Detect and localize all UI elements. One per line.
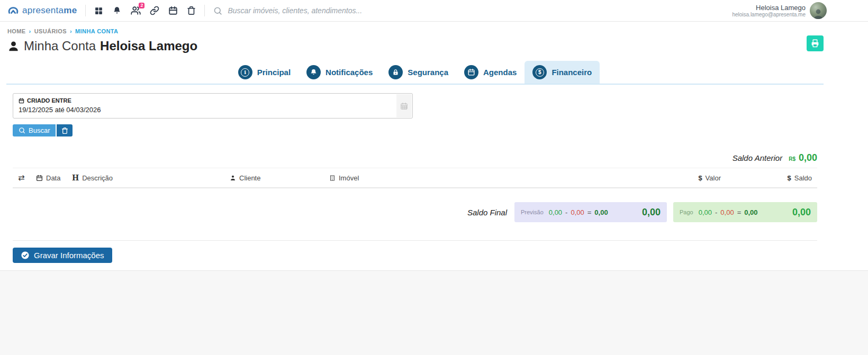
column-descricao[interactable]: H Descrição [72,174,230,182]
forecast-summary-box: Previsão 0,00 - 0,00 = 0,00 0,00 [514,202,667,222]
paid-label: Pago [680,209,693,215]
column-saldo[interactable]: $ Saldo [721,174,812,182]
check-circle-icon [21,251,30,260]
brand-logo[interactable]: apresentame [7,5,77,16]
search-icon [19,127,25,134]
trash-icon [61,127,68,134]
previous-balance-label: Saldo Anterior [733,153,783,162]
info-icon: i [238,65,252,79]
brand-logo-icon [7,5,19,16]
divider [13,240,817,241]
previous-balance-value: 0,00 [799,152,817,163]
equals-sign: = [737,208,742,216]
divider [85,5,86,16]
equals-sign: = [587,208,592,216]
previous-balance: Saldo Anterior R$ 0,00 [13,152,817,163]
date-range-value[interactable]: 19/12/2025 até 04/03/2026 [19,106,391,114]
dollar-icon: $ [698,174,702,182]
tab-agendas[interactable]: Agendas [456,61,525,84]
save-button[interactable]: Gravar Informações [13,248,112,263]
dollar-icon: $ [532,65,547,79]
forecast-result: 0,00 [594,208,608,216]
global-search [213,6,450,15]
minus-sign: - [715,208,717,216]
column-valor[interactable]: $ Valor [657,174,721,182]
financeiro-panel: CRIADO ENTRE 19/12/2025 até 04/03/2026 B… [6,84,824,241]
paid-total: 0,00 [792,207,811,218]
minus-sign: - [565,208,567,216]
person-icon [7,40,20,52]
user-name: Heloisa Lamego [732,4,806,12]
calendar-icon [36,175,43,181]
datepicker-button[interactable] [396,94,412,117]
forecast-total: 0,00 [642,207,661,218]
dollar-icon: $ [788,174,791,182]
avatar[interactable] [810,2,827,19]
breadcrumb-minha-conta: MINHA CONTA [75,28,118,34]
tab-financeiro[interactable]: $ Financeiro [525,61,600,84]
page-title-subject: Heloisa Lamego [100,39,197,53]
currency-symbol: R$ [789,156,795,162]
field-label: CRIADO ENTRE [27,97,71,104]
breadcrumb-home[interactable]: HOME [7,28,26,34]
tab-notificacoes[interactable]: Notificações [299,61,381,84]
users-icon[interactable]: 2 [131,6,141,15]
page-title: Minha Conta Heloisa Lamego [6,34,824,54]
lock-icon [388,65,403,79]
paid-expense: 0,00 [720,208,734,216]
printer-icon [810,39,820,48]
calendar-icon [19,98,24,104]
user-menu[interactable]: Heloisa Lamego heloisa.lamego@apresenta.… [732,2,827,19]
apps-grid-icon[interactable] [94,6,103,15]
bell-icon [306,65,321,79]
notification-badge: 2 [139,3,144,8]
tab-seguranca[interactable]: Segurança [381,61,456,84]
search-icon [213,6,222,15]
link-icon[interactable] [150,6,159,15]
page-title-text: Minha Conta [24,39,96,53]
main-content: HOME › USUÁRIOS › MINHA CONTA Minha Cont… [0,22,868,271]
search-button[interactable]: Buscar [13,124,56,136]
paid-income: 0,00 [699,208,712,216]
column-imovel[interactable]: Imóvel [329,174,657,182]
swap-sort-icon[interactable]: ⇄ [18,173,36,183]
brand-name: apresentame [22,5,77,16]
breadcrumb: HOME › USUÁRIOS › MINHA CONTA [6,22,824,34]
calendar-icon[interactable] [168,6,178,15]
calendar-icon [464,65,478,79]
paid-summary-box: Pago 0,00 - 0,00 = 0,00 0,00 [673,202,817,222]
final-balance-label: Saldo Final [467,208,507,217]
chevron-right-icon: › [70,28,72,34]
trash-icon[interactable] [187,6,196,15]
forecast-expense: 0,00 [571,208,584,216]
divider [204,5,205,16]
calendar-icon [400,102,408,110]
heading-icon: H [72,174,79,182]
forecast-label: Previsão [521,209,544,215]
bell-icon[interactable] [112,6,122,15]
building-icon [329,175,336,181]
forecast-income: 0,00 [549,208,562,216]
search-input[interactable] [228,6,450,15]
column-cliente[interactable]: Cliente [230,174,329,182]
created-between-field[interactable]: CRIADO ENTRE 19/12/2025 até 04/03/2026 [13,93,413,119]
column-data[interactable]: Data [36,174,72,182]
tab-principal[interactable]: i Principal [230,61,299,84]
user-email: heloisa.lamego@apresenta.me [732,12,806,17]
transactions-table-header: ⇄ Data H Descrição Cliente [13,168,817,188]
clear-filter-button[interactable] [57,124,73,136]
final-balance: Saldo Final Previsão 0,00 - 0,00 = 0,00 … [13,202,817,222]
tab-bar: i Principal Notificações Segurança Agen [6,61,824,84]
paid-result: 0,00 [744,208,757,216]
chevron-right-icon: › [29,28,31,34]
breadcrumb-usuarios[interactable]: USUÁRIOS [34,28,67,34]
topbar: apresentame 2 Heloisa Lamego [0,0,868,22]
person-icon [230,175,236,181]
print-button[interactable] [807,35,824,51]
